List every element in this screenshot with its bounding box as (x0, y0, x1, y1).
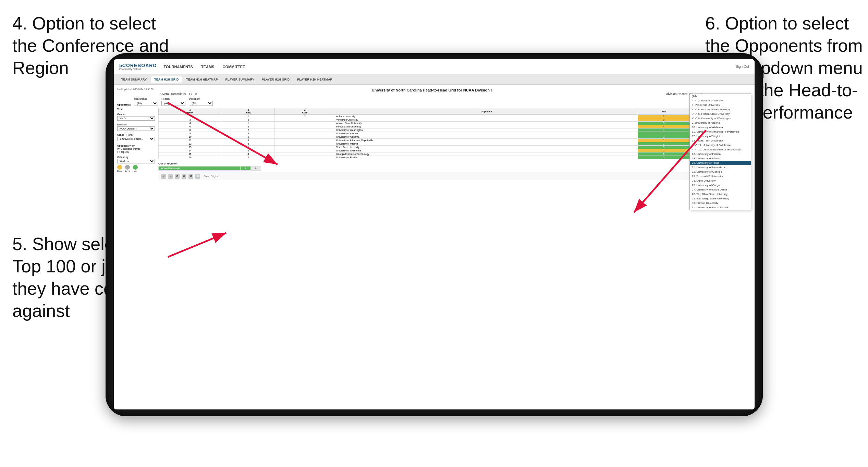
dropdown-item-11[interactable]: ✓ 14. University of Oklahoma (690, 143, 751, 147)
cell-reg-8: 3 (222, 142, 275, 146)
cell-conf-5 (275, 132, 335, 135)
tab-player-summary[interactable]: PLAYER SUMMARY (222, 76, 258, 83)
content-wrapper: Team Gender Men's Division NCAA Division… (117, 108, 751, 406)
dropdown-item-5[interactable]: ✓ 8. University of Washington (690, 116, 751, 121)
tab-team-summary[interactable]: TEAM SUMMARY (118, 76, 150, 83)
table-row: 8 2 University of Washington 1 0 (159, 128, 751, 132)
nav-tournaments[interactable]: TOURNAMENTS (164, 63, 193, 70)
redo-icon[interactable]: ↪ (168, 174, 173, 179)
dropdown-item-16[interactable]: 21. University of New Mexico (690, 165, 751, 170)
dropdown-item-18[interactable]: 23. Texas A&M University (690, 174, 751, 179)
opponent-view-section: Opponent View Opponents Played Top 100 (117, 145, 155, 153)
dropdown-item-24[interactable]: 30. Purdue University (690, 201, 751, 205)
table-body: 2 1 1 Auburn University 2 1 3 2 Vanderbi… (159, 115, 751, 159)
nav-committee[interactable]: COMMITTEE (222, 63, 245, 70)
tab-player-h2h-heatmap[interactable]: PLAYER H2H HEATMAP (294, 76, 336, 83)
colour-by-label: Colour by (117, 156, 155, 158)
dropdown-item-6[interactable]: 9. University of Arizona (690, 121, 751, 125)
tab-team-h2h-grid[interactable]: TEAM H2H GRID (151, 76, 182, 83)
colour-level: Level (125, 165, 130, 172)
cell-opponent-9: Texas Tech University (335, 146, 638, 149)
dropdown-item-4[interactable]: ✓ 6. Florida State University (690, 112, 751, 116)
school-section: School (Rank) 1. University of Nort... (117, 134, 155, 141)
dropdown-item-15[interactable]: 20. University of Texas (690, 161, 751, 165)
cell-win-4: 1 (638, 128, 690, 132)
report-title-text: University of North Carolina Head-to-Hea… (154, 88, 710, 92)
region-label: Region (161, 98, 185, 100)
dropdown-item-25[interactable]: 31. University of North Florida (690, 205, 751, 210)
table-row: 3 2 Vanderbilt University 0 4 (159, 118, 751, 122)
colour-by-select[interactable]: Win/loss (117, 159, 155, 163)
nav-signout[interactable]: Sign Out (736, 65, 749, 69)
gender-label: Gender (117, 113, 155, 115)
radio-top100[interactable]: Top 100 (117, 151, 155, 153)
cell-reg-0: 1 (222, 115, 275, 118)
cell-rank-5: 9 (159, 132, 222, 135)
out-of-division-label: Out of division (158, 162, 751, 165)
tablet-screen: 5COREBOARD Powered By NCloud TOURNAMENTS… (114, 59, 755, 409)
dropdown-item-17[interactable]: 22. University of Georgia (690, 170, 751, 174)
school-label: School (Rank) (117, 134, 155, 136)
nav-teams[interactable]: TEAMS (201, 63, 215, 70)
cell-conf-0: 1 (275, 115, 335, 118)
dropdown-item-12[interactable]: ✓ 15. Georgia Institute of Technology (690, 147, 751, 152)
region-select[interactable]: (All) (161, 101, 185, 106)
tablet-shell: 5COREBOARD Powered By NCloud TOURNAMENTS… (106, 53, 763, 416)
division-select[interactable]: NCAA Division I (117, 126, 155, 131)
cell-win-9: 3 (638, 146, 690, 149)
cell-opponent-8: University of Virginia (335, 142, 638, 146)
cell-conf-7 (275, 139, 335, 142)
table-row: 6 2 Florida State University 4 2 (159, 125, 751, 128)
school-select[interactable]: 1. University of Nort... (117, 137, 155, 141)
colour-label-level: Level (125, 170, 130, 172)
region-filter-group: Region (All) (161, 98, 185, 106)
radio-opponents-played[interactable]: Opponents Played (117, 148, 155, 150)
tab-team-h2h-heatmap[interactable]: TEAM H2H HEATMAP (183, 76, 221, 83)
colour-dot-down (117, 165, 122, 170)
dropdown-item-21[interactable]: 27. University of Notre Dame (690, 187, 751, 192)
radio-dot-opponents (117, 148, 120, 150)
nav-items: TOURNAMENTS TEAMS COMMITTEE (164, 63, 245, 70)
opponent-dropdown[interactable]: (All)✓ 2. Auburn University 3. Vanderbil… (689, 108, 751, 210)
cell-win-12: 5 (638, 156, 690, 159)
dropdown-item-9[interactable]: 12. University of Virginia (690, 134, 751, 138)
opponents-filter-label: Opponents: (117, 103, 131, 106)
clock-icon[interactable]: 🕐 (195, 174, 200, 179)
dropdown-item-14[interactable]: 18. University of Illinois (690, 156, 751, 161)
out-division-row: NCAA Division II 1 0 (159, 167, 261, 171)
cell-win-8: 1 (638, 142, 690, 146)
dropdown-item-8[interactable]: 11. University of Arkansas, Fayetteville (690, 130, 751, 134)
copy-icon[interactable]: ⧉ (182, 174, 186, 179)
gender-select[interactable]: Men's (117, 116, 155, 121)
conference-label: Conference (134, 98, 158, 100)
app-container: 5COREBOARD Powered By NCloud TOURNAMENTS… (114, 59, 755, 409)
cell-opponent-1: Vanderbilt University (335, 118, 638, 122)
settings-icon[interactable]: ⚙ (188, 174, 193, 179)
colour-label-down: Down (117, 170, 122, 172)
conference-select[interactable]: (All) (134, 101, 158, 106)
table-row: 16 2 University of Florida 5 1 (159, 156, 751, 159)
dropdown-item-7[interactable]: 10. University of Alabama (690, 125, 751, 130)
dropdown-item-13[interactable]: 16. University of Florida (690, 152, 751, 156)
cell-rank-3: 6 (159, 125, 222, 128)
dropdown-item-20[interactable]: 25. University of Oregon (690, 183, 751, 187)
top-nav: 5COREBOARD Powered By NCloud TOURNAMENTS… (114, 59, 755, 74)
refresh-icon[interactable]: ↺ (175, 174, 180, 179)
tab-player-h2h-grid[interactable]: PLAYER H2H GRID (258, 76, 293, 83)
dropdown-item-22[interactable]: 28. The Ohio State University (690, 192, 751, 196)
gender-section: Gender Men's (117, 113, 155, 121)
opponent-select[interactable]: (All) (189, 101, 213, 106)
table-row: 4 1 Arizona State University 5 1 (159, 122, 751, 125)
dropdown-item-23[interactable]: 29. San Diego State University (690, 196, 751, 201)
cell-conf-3 (275, 125, 335, 128)
filters-row: Opponents: Conference (All) Region (All) (117, 98, 751, 106)
cell-conf-11 (275, 152, 335, 156)
conference-filter-group: Conference (All) (134, 98, 158, 106)
logo-sub: Powered By NCloud (119, 68, 157, 70)
out-division-name: NCAA Division II (159, 167, 241, 171)
undo-icon[interactable]: ↩ (161, 174, 166, 179)
dropdown-item-19[interactable]: 24. Duke University (690, 179, 751, 183)
dropdown-item-3[interactable]: ✓ 4. Arizona State University (690, 108, 751, 112)
cell-rank-0: 2 (159, 115, 222, 118)
dropdown-item-10[interactable]: 13. Texas Tech University (690, 138, 751, 143)
